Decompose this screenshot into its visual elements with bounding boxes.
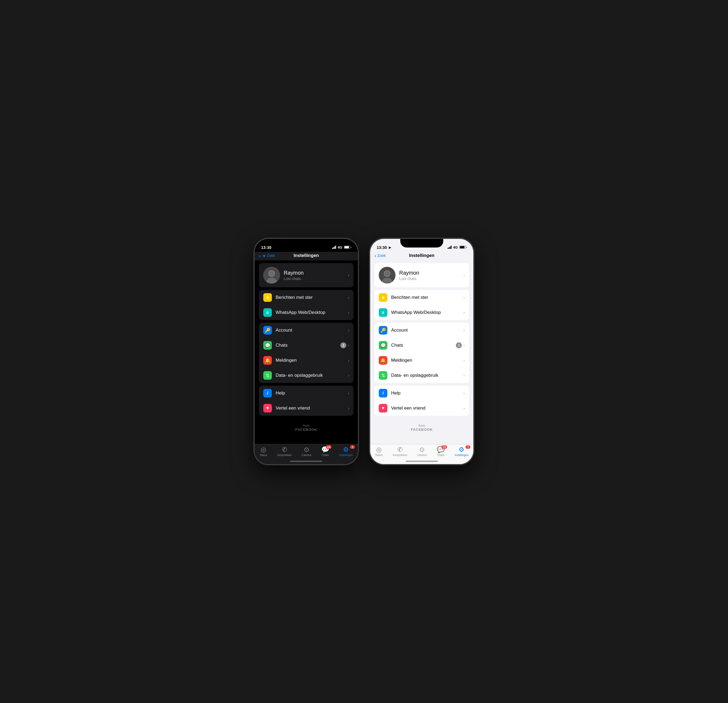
data-icon-light: ⇅ [379, 371, 387, 380]
account-icon-dark: 🔑 [263, 326, 272, 334]
back-label-light: Zoek [377, 253, 386, 258]
status-tab-icon-dark: ◎ [261, 446, 266, 453]
settings-tab-icon-light: ⚙ [459, 446, 464, 453]
profile-name-dark: Raymon [284, 270, 348, 276]
row-notifications-light[interactable]: 🔔 Meldingen › [374, 353, 469, 368]
avatar-svg-light [379, 267, 396, 284]
spacer-profile-top-light [370, 260, 473, 263]
friend-icon-light: ♥ [379, 404, 387, 412]
starred-label-dark: Berichten met ster [276, 295, 348, 300]
signal-bar-2 [333, 247, 334, 249]
gesprekken-tab-label-dark: Gesprekken [277, 454, 292, 457]
row-web-dark[interactable]: 🖥 WhatsApp Web/Desktop › [259, 305, 354, 320]
gesprekken-tab-icon-light: ✆ [397, 446, 403, 453]
camera-tab-label-dark: Camera [302, 454, 311, 457]
row-data-dark[interactable]: ⇅ Data- en opslaggebruik › [259, 368, 354, 383]
nav-back-dark[interactable]: ‹ ◄ Zoek [259, 253, 275, 258]
tab-chats-dark[interactable]: 💬 13 Chats [321, 446, 329, 457]
tab-gesprekken-dark[interactable]: ✆ Gesprekken [277, 446, 292, 457]
account-label-dark: Account [276, 328, 348, 333]
profile-row-dark[interactable]: Raymon Lost chats. › [259, 263, 354, 287]
tab-chats-light[interactable]: 💬 13 Chats [437, 446, 445, 457]
tab-status-light[interactable]: ◎ Status [375, 446, 383, 457]
settings-tab-icon-dark: ⚙ [343, 446, 349, 453]
friend-label-light: Vertel een vriend [391, 405, 464, 411]
chats-label-dark: Chats [276, 343, 340, 348]
tab-instellingen-light[interactable]: ⚙ 1 Instellingen [455, 446, 468, 457]
account-icon-light: 🔑 [379, 326, 387, 334]
nav-back-light[interactable]: ‹ Zoek [374, 253, 386, 258]
signal-icon-light [448, 246, 452, 249]
starred-label-light: Berichten met ster [391, 295, 464, 300]
web-icon-light: 🖥 [379, 308, 387, 317]
friend-icon-dark: ♥ [263, 404, 272, 412]
friend-chevron-dark: › [348, 406, 349, 410]
chats-tab-badge-dark: 13 [326, 445, 331, 449]
tab-camera-light[interactable]: ⊙ Camera [417, 446, 427, 457]
tab-gesprekken-light[interactable]: ✆ Gesprekken [393, 446, 407, 457]
settings-section-light: 🔑 Account › 💬 Chats 1 › 🔔 Meldi [374, 323, 469, 383]
status-icons-dark: 4G [332, 245, 351, 249]
settings-scroll-dark[interactable]: Raymon Lost chats. › ★ Berichten met ste… [255, 260, 358, 444]
profile-subtitle-light: Lost chats. [399, 276, 464, 281]
battery-light [459, 246, 467, 249]
account-chevron-light: › [464, 328, 465, 333]
row-data-light[interactable]: ⇅ Data- en opslaggebruik › [374, 368, 469, 383]
row-web-light[interactable]: 🖥 WhatsApp Web/Desktop › [374, 305, 469, 320]
facebook-footer-light: from FACEBOOK [370, 418, 473, 434]
notifications-chevron-dark: › [348, 358, 349, 363]
signal-bar-1 [332, 248, 333, 249]
profile-section-dark: Raymon Lost chats. › [259, 263, 354, 287]
back-arrow-light: ‹ [374, 253, 376, 258]
camera-tab-icon-light: ⊙ [419, 446, 425, 453]
row-starred-light[interactable]: ★ Berichten met ster › [374, 290, 469, 305]
row-help-light[interactable]: i Help › [374, 386, 469, 401]
data-chevron-light: › [464, 373, 465, 378]
status-tab-label-dark: Status [260, 454, 267, 457]
row-chats-light[interactable]: 💬 Chats 1 › [374, 338, 469, 353]
back-label-dark: ◄ Zoek [262, 253, 275, 258]
tab-status-dark[interactable]: ◎ Status [260, 446, 267, 457]
row-friend-light[interactable]: ♥ Vertel een vriend › [374, 401, 469, 416]
profile-row-light[interactable]: Raymon Lost chats. › [374, 263, 469, 287]
spacer-3-light [370, 383, 473, 386]
row-chats-dark[interactable]: 💬 Chats 1 › [259, 338, 354, 353]
starred-chevron-dark: › [348, 295, 349, 299]
help-label-dark: Help [276, 391, 348, 396]
battery-body-light [459, 246, 466, 249]
row-account-dark[interactable]: 🔑 Account › [259, 323, 354, 338]
data-label-light: Data- en opslaggebruik [391, 373, 464, 378]
notifications-label-dark: Meldingen [276, 358, 348, 363]
avatar-light [379, 267, 396, 284]
tab-instellingen-dark[interactable]: ⚙ 1 Instellingen [339, 446, 353, 457]
battery-fill-light [460, 246, 464, 248]
profile-info-dark: Raymon Lost chats. [284, 270, 348, 281]
chats-icon-light: 💬 [379, 341, 387, 350]
avatar-img-light [379, 267, 396, 284]
nav-bar-light: ‹ Zoek Instellingen [370, 252, 473, 260]
chats-chevron-dark: › [348, 343, 349, 347]
starred-icon-dark: ★ [263, 293, 272, 302]
camera-tab-label-light: Camera [417, 454, 427, 457]
spacer-4-light [370, 416, 473, 418]
screen-light: ‹ Zoek Instellingen [370, 252, 473, 464]
facebook-name-dark: FACEBOOK [255, 428, 358, 432]
gesprekken-tab-label-light: Gesprekken [393, 454, 407, 457]
row-account-light[interactable]: 🔑 Account › [374, 323, 469, 338]
friend-label-dark: Vertel een vriend [276, 405, 348, 411]
avatar-img-dark [263, 267, 280, 284]
row-help-dark[interactable]: i Help › [259, 386, 354, 401]
row-starred-dark[interactable]: ★ Berichten met ster › [259, 290, 354, 305]
row-notifications-dark[interactable]: 🔔 Meldingen › [259, 353, 354, 368]
gesprekken-tab-icon-dark: ✆ [282, 446, 287, 453]
settings-scroll-light[interactable]: Raymon Lost chats. › ★ Berichten met ste… [370, 260, 473, 444]
friend-chevron-light: › [464, 406, 465, 410]
profile-info-light: Raymon Lost chats. [399, 270, 464, 281]
signal-bar-l3 [450, 246, 451, 249]
avatar-dark [263, 267, 280, 284]
help-icon-light: i [379, 389, 387, 398]
row-friend-dark[interactable]: ♥ Vertel een vriend › [259, 401, 354, 416]
tab-camera-dark[interactable]: ⊙ Camera [302, 446, 311, 457]
back-arrow-dark: ‹ [259, 253, 261, 258]
spacer-5-light [370, 434, 473, 437]
